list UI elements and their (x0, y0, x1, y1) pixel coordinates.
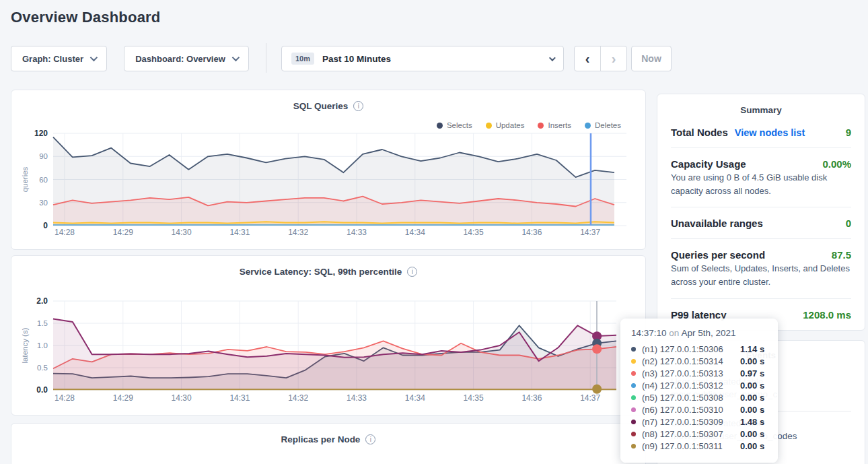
summary-row-capacity: Capacity Usage 0.00% You are using 0 B o… (671, 148, 851, 207)
chevron-right-icon: › (612, 51, 616, 67)
svg-text:2.0: 2.0 (36, 296, 48, 306)
svg-text:14:32: 14:32 (288, 228, 308, 237)
capacity-label: Capacity Usage (671, 158, 746, 170)
svg-text:14:37: 14:37 (580, 393, 600, 403)
time-range-dropdown[interactable]: 10m Past 10 Minutes (281, 46, 564, 71)
svg-text:14:30: 14:30 (172, 228, 192, 237)
tooltip-node-row: (n3) 127.0.0.1:503130.97 s (631, 367, 767, 379)
now-button[interactable]: Now (631, 46, 672, 71)
unavailable-ranges-value: 0 (846, 218, 851, 229)
toolbar-divider (266, 43, 266, 73)
tooltip-node-row: (n9) 127.0.0.1:503110.00 s (631, 440, 767, 452)
svg-text:30: 30 (39, 199, 48, 207)
tooltip-node-row: (n2) 127.0.0.1:503140.00 s (631, 355, 767, 367)
sql-queries-panel: SQL Queries i SelectsUpdatesInsertsDelet… (11, 90, 646, 250)
tooltip-node-row: (n7) 127.0.0.1:503091.48 s (631, 416, 767, 428)
svg-text:14:36: 14:36 (521, 228, 542, 237)
svg-text:0.5: 0.5 (37, 364, 48, 372)
tooltip-node-value: 1.14 s (740, 344, 764, 354)
tooltip-timestamp: 14:37:10 on Apr 5th, 2021 (631, 328, 767, 338)
svg-text:0: 0 (43, 221, 48, 230)
dashboard-dropdown-label: Dashboard: Overview (135, 54, 225, 64)
sql-queries-chart[interactable]: 14:2814:2914:3014:3114:3214:3314:3414:35… (11, 90, 647, 251)
time-next-button[interactable]: › (601, 46, 626, 71)
tooltip-node-address: (n5) 127.0.0.1:50308 (642, 393, 740, 403)
dashboard-dropdown[interactable]: Dashboard: Overview (124, 46, 249, 71)
unavailable-ranges-label: Unavailable ranges (671, 218, 763, 229)
node-color-dot-icon (631, 420, 636, 424)
svg-text:14:33: 14:33 (347, 393, 367, 403)
service-latency-panel: Service Latency: SQL, 99th percentile i … (11, 255, 646, 416)
qps-subtext: Sum of Selects, Updates, Inserts, and De… (671, 262, 851, 289)
tooltip-node-value: 0.00 s (740, 380, 764, 391)
node-color-dot-icon (631, 407, 636, 412)
tooltip-node-address: (n1) 127.0.0.1:50306 (642, 344, 740, 354)
tooltip-node-value: 0.00 s (740, 356, 764, 366)
chevron-down-icon (90, 54, 98, 61)
svg-text:14:31: 14:31 (229, 393, 250, 403)
tooltip-node-address: (n8) 127.0.0.1:50307 (642, 429, 740, 439)
svg-text:14:35: 14:35 (464, 228, 484, 237)
svg-text:60: 60 (39, 176, 48, 184)
svg-text:0.0: 0.0 (36, 385, 48, 395)
tooltip-node-value: 0.00 s (740, 441, 764, 451)
chevron-down-icon (549, 55, 556, 61)
tooltip-node-value: 0.00 s (740, 393, 764, 403)
tooltip-node-address: (n7) 127.0.0.1:50309 (642, 417, 740, 427)
svg-text:1.5: 1.5 (37, 319, 48, 327)
node-color-dot-icon (631, 371, 636, 376)
svg-text:14:34: 14:34 (405, 393, 425, 403)
tooltip-node-address: (n9) 127.0.0.1:50311 (642, 441, 740, 451)
graph-dropdown[interactable]: Graph: Cluster (11, 46, 107, 71)
svg-text:14:32: 14:32 (288, 393, 308, 403)
svg-text:14:37: 14:37 (580, 228, 600, 237)
service-latency-chart[interactable]: 14:2814:2914:3014:3114:3214:3314:3414:35… (11, 256, 647, 416)
svg-text:14:29: 14:29 (113, 393, 133, 403)
svg-text:1.0: 1.0 (37, 341, 48, 350)
tooltip-node-address: (n3) 127.0.0.1:50313 (642, 368, 740, 378)
tooltip-node-row: (n6) 127.0.0.1:503100.00 s (631, 403, 767, 416)
replicas-title: Replicas per Node (281, 434, 361, 444)
tooltip-node-value: 0.00 s (740, 405, 764, 415)
view-nodes-list-link[interactable]: View nodes list (735, 127, 805, 138)
capacity-value: 0.00% (822, 158, 851, 170)
svg-text:14:36: 14:36 (521, 393, 542, 403)
svg-text:14:35: 14:35 (464, 393, 484, 403)
tooltip-node-row: (n8) 127.0.0.1:503070.00 s (631, 428, 767, 440)
time-prev-button[interactable]: ‹ (575, 46, 601, 71)
tooltip-node-address: (n4) 127.0.0.1:50312 (642, 380, 740, 391)
p99-latency-value: 1208.0 ms (803, 309, 851, 321)
page-title: Overview Dashboard (11, 9, 160, 26)
svg-text:14:28: 14:28 (55, 393, 75, 403)
summary-title: Summary (671, 94, 851, 117)
node-color-dot-icon (631, 359, 636, 364)
node-color-dot-icon (631, 444, 636, 449)
qps-value: 87.5 (832, 249, 851, 261)
summary-row-qps: Queries per second 87.5 Sum of Selects, … (671, 239, 851, 298)
svg-text:14:28: 14:28 (55, 228, 75, 237)
summary-panel: Summary Total Nodes View nodes list 9 Ca… (657, 94, 865, 331)
node-color-dot-icon (631, 383, 636, 388)
svg-text:14:31: 14:31 (229, 228, 250, 237)
chevron-down-icon (232, 54, 240, 61)
svg-text:14:30: 14:30 (172, 393, 192, 403)
tooltip-node-value: 1.48 s (740, 417, 764, 427)
svg-text:120: 120 (34, 129, 48, 138)
qps-label: Queries per second (671, 249, 765, 261)
total-nodes-label: Total Nodes (671, 127, 728, 138)
replicas-panel: Replicas per Node i (11, 423, 646, 464)
info-icon[interactable]: i (365, 434, 375, 444)
svg-text:14:34: 14:34 (405, 228, 425, 237)
svg-text:14:29: 14:29 (113, 228, 133, 237)
tooltip-node-row: (n4) 127.0.0.1:503120.00 s (631, 379, 767, 391)
total-nodes-value: 9 (846, 127, 851, 138)
tooltip-node-row: (n1) 127.0.0.1:503061.14 s (631, 343, 767, 355)
node-color-dot-icon (631, 395, 636, 400)
time-range-label: Past 10 Minutes (322, 54, 391, 64)
tooltip-node-address: (n2) 127.0.0.1:50314 (642, 356, 740, 366)
chart-hover-tooltip: 14:37:10 on Apr 5th, 2021 (n1) 127.0.0.1… (620, 319, 778, 463)
time-range-badge: 10m (291, 53, 314, 65)
graph-dropdown-label: Graph: Cluster (22, 54, 83, 64)
tooltip-node-address: (n6) 127.0.0.1:50310 (642, 405, 740, 415)
node-color-dot-icon (631, 347, 636, 352)
